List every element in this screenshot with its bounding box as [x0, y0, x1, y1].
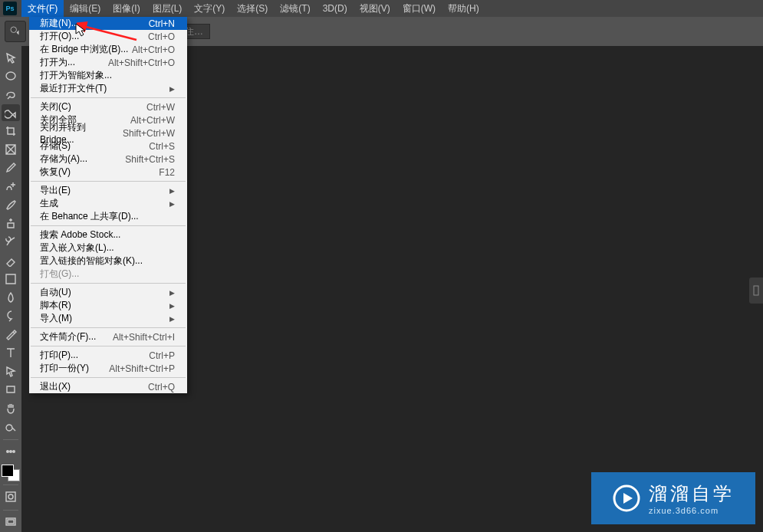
tool-eyedropper[interactable]: [2, 159, 20, 176]
edit-toolbar-icon[interactable]: [2, 443, 20, 460]
menu-item[interactable]: 存储为(A)...Shift+Ctrl+S: [29, 153, 187, 166]
tool-type[interactable]: [2, 344, 20, 361]
menu-item[interactable]: 搜索 Adobe Stock...: [29, 228, 187, 241]
tool-spot-heal[interactable]: [2, 178, 20, 195]
tool-divider: [3, 484, 18, 485]
quick-mask-icon[interactable]: [2, 488, 20, 505]
tool-hand[interactable]: [2, 399, 20, 416]
menu-item[interactable]: 在 Bridge 中浏览(B)...Alt+Ctrl+O: [29, 43, 187, 56]
eyedropper-icon: [5, 162, 17, 174]
menubar-item-7[interactable]: 3D(D): [317, 0, 354, 17]
menu-item[interactable]: 恢复(V)F12: [29, 166, 187, 179]
menu-item-label: 打包(G)...: [40, 268, 79, 281]
menu-item-label: 在 Behance 上共享(D)...: [40, 210, 139, 223]
menubar-item-9[interactable]: 窗口(W): [396, 0, 442, 17]
menu-item[interactable]: 生成▶: [29, 197, 187, 210]
menu-item-shortcut: Shift+Ctrl+W: [123, 128, 175, 139]
submenu-arrow-icon: ▶: [169, 302, 175, 310]
menu-item[interactable]: 打印(P)...Ctrl+P: [29, 349, 187, 362]
menu-item[interactable]: 自动(U)▶: [29, 286, 187, 299]
lasso-icon: [5, 88, 17, 100]
tool-quick-select[interactable]: [2, 104, 20, 121]
menu-item[interactable]: 新建(N)...Ctrl+N: [29, 17, 187, 30]
color-swatches[interactable]: [2, 465, 20, 481]
menu-item-label: 在 Bridge 中浏览(B)...: [40, 43, 128, 56]
file-menu-dropdown[interactable]: 新建(N)...Ctrl+N打开(O)...Ctrl+O在 Bridge 中浏览…: [29, 17, 187, 393]
menu-item-label: 打开为...: [40, 56, 75, 69]
menubar-item-3[interactable]: 图层(L): [146, 0, 189, 17]
menu-item[interactable]: 关闭(C)Ctrl+W: [29, 100, 187, 113]
menu-item[interactable]: 导出(E)▶: [29, 184, 187, 197]
tool-clone[interactable]: [2, 215, 20, 232]
menu-item[interactable]: 打开为智能对象...: [29, 69, 187, 82]
menubar-item-8[interactable]: 视图(V): [354, 0, 396, 17]
move-icon: [5, 51, 17, 64]
menu-item-label: 生成: [40, 197, 58, 210]
menu-item[interactable]: 置入链接的智能对象(K)...: [29, 255, 187, 268]
tool-divider: [3, 439, 18, 440]
menu-separator: [31, 225, 186, 226]
tool-frame[interactable]: [2, 141, 20, 158]
watermark-logo-icon: [612, 484, 641, 513]
tool-eraser[interactable]: [2, 252, 20, 269]
menu-separator: [31, 377, 186, 378]
tool-move[interactable]: [2, 49, 20, 66]
menu-item[interactable]: 打开(O)...Ctrl+O: [29, 30, 187, 43]
menu-item-label: 导出(E): [40, 184, 71, 197]
svg-point-4: [13, 451, 15, 453]
menu-item-label: 打开为智能对象...: [40, 69, 112, 82]
tool-lasso[interactable]: [2, 86, 20, 103]
menu-item[interactable]: 在 Behance 上共享(D)...: [29, 210, 187, 223]
menu-item[interactable]: 最近打开文件(T)▶: [29, 82, 187, 95]
submenu-arrow-icon: ▶: [169, 187, 175, 195]
tool-history-brush[interactable]: [2, 233, 20, 250]
menu-item-shortcut: Shift+Ctrl+S: [125, 154, 175, 165]
tool-rectangle[interactable]: [2, 381, 20, 398]
tool-blur[interactable]: [2, 289, 20, 306]
menu-item-label: 打开(O)...: [40, 30, 79, 43]
menu-item[interactable]: 关闭并转到 Bridge...Shift+Ctrl+W: [29, 126, 187, 140]
screen-mode-icon[interactable]: [2, 514, 20, 530]
tool-brush[interactable]: [2, 196, 20, 213]
quick-select-preset-icon: [8, 25, 22, 38]
tool-path-select[interactable]: [2, 363, 20, 379]
foreground-color-swatch[interactable]: [2, 465, 14, 477]
spot-heal-icon: [5, 180, 17, 192]
panel-handle-icon: [753, 285, 759, 296]
tool-marquee-ellipse[interactable]: [2, 67, 20, 84]
tool-gradient[interactable]: [2, 271, 20, 287]
zoom-icon: [5, 420, 17, 432]
menubar-item-0[interactable]: 文件(F): [21, 0, 64, 17]
clone-icon: [5, 217, 17, 229]
tool-crop[interactable]: [2, 123, 20, 140]
type-icon: [5, 346, 17, 359]
menu-item[interactable]: 导入(M)▶: [29, 312, 187, 325]
tool-preset-icon[interactable]: [5, 21, 26, 42]
submenu-arrow-icon: ▶: [169, 85, 175, 93]
menu-item[interactable]: 文件简介(F)...Alt+Shift+Ctrl+I: [29, 330, 187, 343]
right-panel-stub[interactable]: [749, 277, 763, 304]
frame-icon: [5, 143, 17, 156]
menu-item-shortcut: Alt+Ctrl+W: [130, 115, 175, 126]
tool-divider: [3, 510, 18, 511]
menu-item[interactable]: 存储(S)Ctrl+S: [29, 140, 187, 153]
menu-item[interactable]: 置入嵌入对象(L)...: [29, 241, 187, 255]
submenu-arrow-icon: ▶: [169, 200, 175, 208]
tool-pen[interactable]: [2, 326, 20, 343]
watermark-url: zixue.3d66.com: [649, 506, 719, 515]
menubar-item-10[interactable]: 帮助(H): [442, 0, 485, 17]
tool-dodge[interactable]: [2, 307, 20, 324]
path-select-icon: [5, 365, 17, 377]
menubar-item-6[interactable]: 滤镜(T): [274, 0, 316, 17]
menubar-item-5[interactable]: 选择(S): [231, 0, 274, 17]
menubar-item-4[interactable]: 文字(Y): [188, 0, 231, 17]
menu-item[interactable]: 打开为...Alt+Shift+Ctrl+O: [29, 56, 187, 69]
menu-item[interactable]: 退出(X)Ctrl+Q: [29, 380, 187, 393]
tool-zoom[interactable]: [2, 418, 20, 435]
menu-item[interactable]: 打印一份(Y)Alt+Shift+Ctrl+P: [29, 362, 187, 375]
menu-item-label: 新建(N)...: [40, 17, 79, 30]
menubar-item-1[interactable]: 编辑(E): [64, 0, 107, 17]
menu-separator: [31, 283, 186, 284]
menubar-item-2[interactable]: 图像(I): [107, 0, 146, 17]
menu-item[interactable]: 脚本(R)▶: [29, 299, 187, 312]
